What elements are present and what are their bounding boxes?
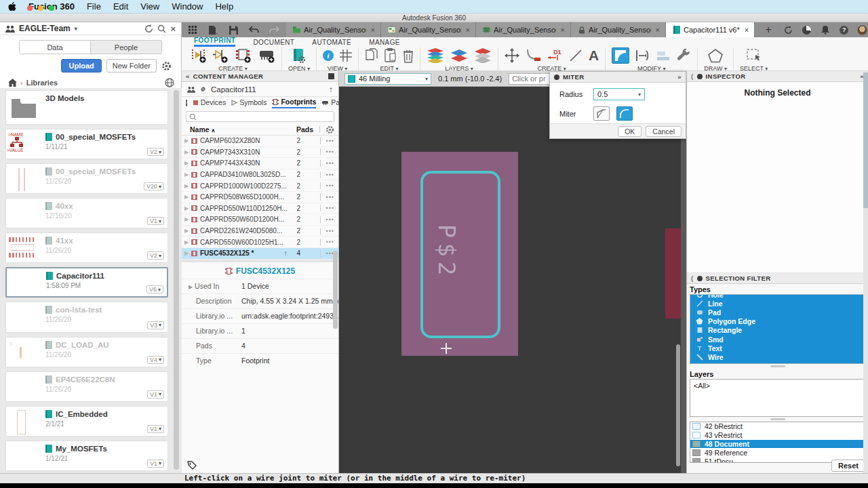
library-card-00-special-mosfets-v2[interactable]: >NAME >VALUE 00_special_MOSFETs 1/11/21 … bbox=[5, 129, 168, 159]
document-tab-air-quality-sensor-v4[interactable]: Air_Quality_Sensor v4* × bbox=[476, 22, 571, 37]
menu-help[interactable]: Help bbox=[215, 1, 233, 12]
version-chip[interactable]: V1▾ bbox=[147, 425, 164, 433]
row-overflow-icon[interactable]: ••• bbox=[326, 148, 334, 155]
text-tool-icon[interactable]: A bbox=[589, 47, 599, 64]
close-window-button[interactable] bbox=[27, 5, 33, 11]
new-folder-button[interactable]: New Folder bbox=[106, 59, 157, 73]
expand-panel-icon[interactable]: » bbox=[677, 73, 682, 81]
type-row-smd[interactable]: Smd bbox=[690, 335, 865, 344]
collapse-panel-icon[interactable]: « bbox=[186, 73, 190, 80]
search-icon[interactable] bbox=[157, 24, 166, 33]
table-row[interactable]: ▶CAPPAD3410W80L3025D...2••• bbox=[182, 169, 338, 181]
library-card-40xx[interactable]: 40xx 12/10/20 V1▾ bbox=[5, 198, 168, 228]
undo-icon[interactable] bbox=[248, 24, 259, 35]
apple-menu-icon[interactable] bbox=[8, 2, 16, 12]
table-row[interactable]: ▶CAPPRD508W65D1000H...2••• bbox=[182, 192, 338, 203]
tab-data[interactable]: Data bbox=[20, 41, 91, 54]
refresh-icon[interactable] bbox=[144, 24, 153, 33]
new-document-icon[interactable] bbox=[208, 24, 218, 35]
table-settings-gear-icon[interactable] bbox=[326, 125, 334, 134]
zoom-window-button[interactable] bbox=[49, 5, 54, 11]
help-icon[interactable]: ? bbox=[840, 26, 848, 35]
library-card-dc-load-au[interactable]: ⌇⌇ DC_LOAD_AU 11/26/20 V4▾ bbox=[5, 337, 168, 367]
layers-all-list[interactable]: <All> bbox=[690, 379, 865, 417]
miter-straight-button[interactable] bbox=[593, 106, 610, 121]
column-name[interactable]: Name ∧ bbox=[190, 125, 296, 134]
split-wire-icon[interactable] bbox=[635, 49, 650, 62]
canvas-grid[interactable]: P$2 i bbox=[339, 87, 681, 473]
library-card-my-mosfets[interactable]: My_MOSFETs 1/12/21 V1▾ bbox=[5, 441, 168, 471]
miter-tool-active[interactable] bbox=[612, 47, 629, 64]
canvas-vertical-scrollbar-track[interactable] bbox=[681, 87, 686, 473]
type-row-line[interactable]: Line bbox=[690, 299, 865, 308]
minimize-window-button[interactable] bbox=[38, 5, 43, 11]
globe-icon[interactable] bbox=[165, 78, 174, 87]
tag-icon[interactable] bbox=[187, 461, 197, 470]
row-overflow-icon[interactable]: ••• bbox=[326, 171, 334, 178]
layer-row-48-document-selected[interactable]: 48 Document bbox=[690, 440, 865, 449]
types-filter-list[interactable]: Hole Line Pad Polygon Edge Rectangle Smd bbox=[690, 294, 865, 364]
document-tab-capacitor111-active[interactable]: Capacitor111 v6* × bbox=[666, 22, 755, 37]
type-row-wire[interactable]: Wire bbox=[690, 352, 865, 361]
version-chip[interactable]: V2▾ bbox=[147, 251, 164, 260]
close-tab-icon[interactable]: × bbox=[559, 26, 566, 34]
close-tab-icon[interactable]: × bbox=[465, 26, 471, 34]
radius-dropdown[interactable]: 0.5 ▾ bbox=[593, 88, 645, 100]
tab-symbols[interactable]: Symbols bbox=[231, 98, 267, 108]
grid-settings-icon[interactable] bbox=[340, 49, 352, 62]
version-chip[interactable]: V1▾ bbox=[147, 390, 164, 399]
ribbon-tab-automate[interactable]: AUTOMATE bbox=[312, 39, 351, 47]
row-overflow-icon[interactable]: ••• bbox=[326, 205, 334, 211]
library-card-3d-models[interactable]: 3D Models bbox=[5, 90, 168, 125]
row-overflow-icon[interactable]: ••• bbox=[326, 239, 334, 245]
resize-handle[interactable] bbox=[770, 418, 785, 420]
cancel-button[interactable]: Cancel bbox=[646, 126, 682, 137]
table-row[interactable]: ▶CAPRD550W60D1025H1...2••• bbox=[182, 237, 338, 248]
table-row-selected-fusc4532x125[interactable]: ▶FUSC4532X125 *↑4••• bbox=[182, 248, 338, 260]
polygon-tool-icon[interactable] bbox=[708, 49, 723, 63]
close-tab-icon[interactable]: × bbox=[370, 26, 376, 34]
version-chip[interactable]: V2▾ bbox=[147, 148, 164, 156]
library-card-con-lsta-test[interactable]: con-lsta-test 11/26/20 V3▾ bbox=[5, 302, 168, 332]
layer-visibility-icon[interactable] bbox=[474, 48, 492, 63]
menu-window[interactable]: Window bbox=[172, 1, 203, 12]
footprint-canvas[interactable]: 46 Milling ▾ 0.1 mm (-10.0 -2.4) P$2 i bbox=[339, 71, 686, 473]
tab-footprints[interactable]: Footprints bbox=[272, 98, 316, 108]
version-chip[interactable]: V3▾ bbox=[147, 321, 164, 329]
select-tool-icon[interactable] bbox=[746, 48, 762, 63]
copy-icon[interactable] bbox=[365, 48, 378, 63]
adjacent-footprint-pad[interactable] bbox=[665, 228, 681, 319]
layer-row-49-reference[interactable]: 49 Reference bbox=[690, 448, 865, 457]
document-tab-air-quality-sensor-v2[interactable]: Air_Quality_Sensor v2 × bbox=[571, 22, 666, 37]
line-tool-icon[interactable] bbox=[569, 49, 583, 62]
library-card-ic-embedded[interactable]: IC_Embedded 2/1/21 V1▾ bbox=[5, 406, 168, 436]
publish-arrow-icon[interactable]: ↑ bbox=[284, 249, 288, 257]
miter-round-button-selected[interactable] bbox=[616, 106, 633, 121]
table-row[interactable]: ▶CAPPRD550W110D1250H...2••• bbox=[182, 203, 338, 215]
library-card-capacitor111-selected[interactable]: Capacitor111 1:58:09 PM V6▾ bbox=[5, 267, 168, 298]
layer-row-42-brestrict[interactable]: 42 bRestrict bbox=[690, 422, 865, 431]
menu-edit[interactable]: Edit bbox=[113, 1, 128, 12]
type-row-rectangle[interactable]: Rectangle bbox=[690, 326, 865, 335]
notifications-bell-icon[interactable] bbox=[820, 24, 831, 35]
panel-menu-icon[interactable] bbox=[328, 73, 334, 79]
align-tool-disabled-icon[interactable] bbox=[656, 50, 670, 61]
open-library-icon[interactable] bbox=[292, 48, 306, 63]
collapse-panel-icon[interactable]: ( bbox=[691, 73, 694, 80]
upload-button[interactable]: Upload bbox=[61, 59, 101, 73]
sidebar-scrollbar[interactable] bbox=[174, 90, 179, 470]
user-avatar[interactable] bbox=[857, 25, 867, 35]
ribbon-tab-footprint[interactable]: FOOTPRINT bbox=[194, 37, 235, 47]
new-footprint-icon[interactable] bbox=[235, 48, 252, 63]
delete-trash-icon[interactable] bbox=[403, 49, 414, 63]
version-chip[interactable]: V1▾ bbox=[147, 217, 164, 225]
team-dropdown-caret-icon[interactable]: ▾ bbox=[75, 26, 77, 32]
row-overflow-icon[interactable]: ••• bbox=[326, 216, 334, 223]
new-tab-icon[interactable]: + bbox=[763, 24, 774, 35]
close-panel-icon[interactable]: × bbox=[170, 24, 176, 34]
table-scrollbar[interactable] bbox=[333, 251, 338, 329]
home-icon[interactable] bbox=[8, 79, 17, 87]
close-tab-icon[interactable]: × bbox=[743, 26, 750, 34]
job-status-icon[interactable] bbox=[802, 26, 811, 35]
team-name[interactable]: EAGLE-Team bbox=[19, 24, 71, 33]
